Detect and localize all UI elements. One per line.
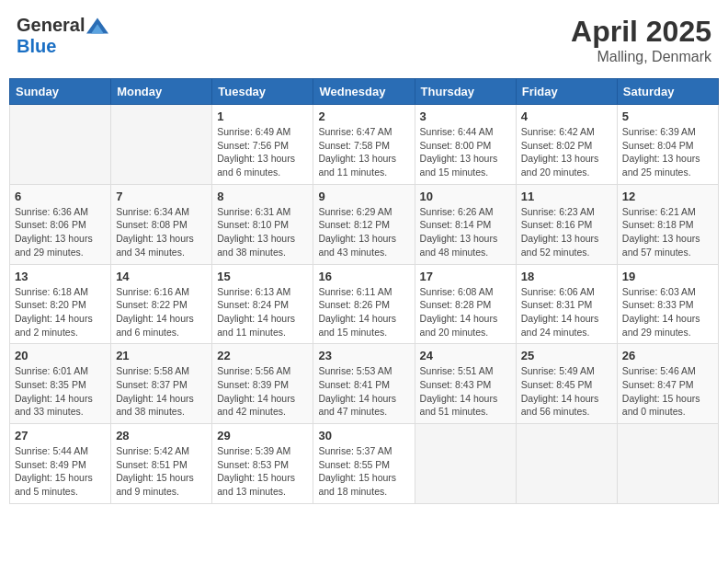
day-info: Sunrise: 6:11 AM Sunset: 8:26 PM Dayligh… bbox=[318, 285, 409, 339]
calendar-cell bbox=[10, 105, 111, 185]
calendar-cell: 24Sunrise: 5:51 AM Sunset: 8:43 PM Dayli… bbox=[415, 344, 516, 424]
day-number: 25 bbox=[521, 349, 612, 362]
day-info: Sunrise: 6:23 AM Sunset: 8:16 PM Dayligh… bbox=[521, 205, 612, 259]
day-info: Sunrise: 6:49 AM Sunset: 7:56 PM Dayligh… bbox=[217, 125, 308, 179]
day-number: 17 bbox=[420, 270, 511, 283]
day-number: 23 bbox=[318, 349, 409, 362]
day-number: 19 bbox=[622, 270, 713, 283]
day-number: 5 bbox=[622, 109, 713, 123]
calendar-cell: 5Sunrise: 6:39 AM Sunset: 8:04 PM Daylig… bbox=[617, 105, 718, 185]
calendar-week-row: 13Sunrise: 6:18 AM Sunset: 8:20 PM Dayli… bbox=[10, 264, 719, 344]
day-info: Sunrise: 6:18 AM Sunset: 8:20 PM Dayligh… bbox=[15, 285, 106, 339]
page-header: General Blue April 2025 Malling, Denmark bbox=[9, 9, 719, 71]
calendar-cell: 26Sunrise: 5:46 AM Sunset: 8:47 PM Dayli… bbox=[617, 344, 718, 424]
day-number: 10 bbox=[420, 190, 511, 203]
logo-blue-text: Blue bbox=[17, 36, 56, 57]
day-number: 28 bbox=[116, 429, 207, 442]
column-header-sunday: Sunday bbox=[10, 79, 111, 105]
day-number: 29 bbox=[217, 429, 308, 442]
day-info: Sunrise: 5:42 AM Sunset: 8:51 PM Dayligh… bbox=[116, 444, 207, 499]
calendar-cell: 10Sunrise: 6:26 AM Sunset: 8:14 PM Dayli… bbox=[415, 184, 516, 264]
calendar-week-row: 27Sunrise: 5:44 AM Sunset: 8:49 PM Dayli… bbox=[10, 424, 719, 504]
location-subtitle: Malling, Denmark bbox=[571, 49, 711, 65]
calendar-cell bbox=[415, 424, 516, 504]
calendar-cell: 23Sunrise: 5:53 AM Sunset: 8:41 PM Dayli… bbox=[313, 344, 415, 424]
calendar-cell: 9Sunrise: 6:29 AM Sunset: 8:12 PM Daylig… bbox=[313, 184, 415, 264]
day-number: 7 bbox=[116, 190, 207, 203]
day-number: 6 bbox=[15, 190, 106, 203]
day-number: 15 bbox=[217, 270, 308, 283]
calendar-cell: 13Sunrise: 6:18 AM Sunset: 8:20 PM Dayli… bbox=[10, 264, 111, 344]
calendar-cell bbox=[617, 424, 718, 504]
day-number: 13 bbox=[15, 270, 106, 283]
month-year-title: April 2025 bbox=[571, 15, 711, 49]
calendar-cell: 4Sunrise: 6:42 AM Sunset: 8:02 PM Daylig… bbox=[516, 105, 617, 185]
day-info: Sunrise: 5:37 AM Sunset: 8:55 PM Dayligh… bbox=[318, 444, 409, 499]
column-header-thursday: Thursday bbox=[415, 79, 516, 105]
day-number: 14 bbox=[116, 270, 207, 283]
column-header-wednesday: Wednesday bbox=[313, 79, 415, 105]
logo-icon bbox=[86, 17, 108, 34]
calendar-cell: 7Sunrise: 6:34 AM Sunset: 8:08 PM Daylig… bbox=[111, 184, 212, 264]
calendar-cell: 30Sunrise: 5:37 AM Sunset: 8:55 PM Dayli… bbox=[313, 424, 415, 504]
day-info: Sunrise: 5:46 AM Sunset: 8:47 PM Dayligh… bbox=[622, 364, 713, 419]
calendar-cell: 27Sunrise: 5:44 AM Sunset: 8:49 PM Dayli… bbox=[10, 424, 111, 504]
calendar-cell: 21Sunrise: 5:58 AM Sunset: 8:37 PM Dayli… bbox=[111, 344, 212, 424]
calendar-cell: 11Sunrise: 6:23 AM Sunset: 8:16 PM Dayli… bbox=[516, 184, 617, 264]
calendar-cell: 8Sunrise: 6:31 AM Sunset: 8:10 PM Daylig… bbox=[212, 184, 313, 264]
calendar-cell: 2Sunrise: 6:47 AM Sunset: 7:58 PM Daylig… bbox=[313, 105, 415, 185]
day-info: Sunrise: 5:39 AM Sunset: 8:53 PM Dayligh… bbox=[217, 444, 308, 499]
calendar-cell: 20Sunrise: 6:01 AM Sunset: 8:35 PM Dayli… bbox=[10, 344, 111, 424]
day-number: 27 bbox=[15, 429, 106, 442]
day-number: 21 bbox=[116, 349, 207, 362]
column-header-monday: Monday bbox=[111, 79, 212, 105]
day-info: Sunrise: 6:34 AM Sunset: 8:08 PM Dayligh… bbox=[116, 205, 207, 259]
calendar-cell: 15Sunrise: 6:13 AM Sunset: 8:24 PM Dayli… bbox=[212, 264, 313, 344]
day-info: Sunrise: 5:53 AM Sunset: 8:41 PM Dayligh… bbox=[318, 364, 409, 419]
day-number: 26 bbox=[622, 349, 713, 362]
day-number: 20 bbox=[15, 349, 106, 362]
logo-general-text: General bbox=[17, 15, 85, 36]
day-info: Sunrise: 5:51 AM Sunset: 8:43 PM Dayligh… bbox=[420, 364, 511, 419]
calendar-week-row: 1Sunrise: 6:49 AM Sunset: 7:56 PM Daylig… bbox=[10, 105, 719, 185]
day-info: Sunrise: 6:39 AM Sunset: 8:04 PM Dayligh… bbox=[622, 125, 713, 179]
day-number: 24 bbox=[420, 349, 511, 362]
day-info: Sunrise: 6:13 AM Sunset: 8:24 PM Dayligh… bbox=[217, 285, 308, 339]
day-info: Sunrise: 6:21 AM Sunset: 8:18 PM Dayligh… bbox=[622, 205, 713, 259]
calendar-cell: 6Sunrise: 6:36 AM Sunset: 8:06 PM Daylig… bbox=[10, 184, 111, 264]
logo: General Blue bbox=[17, 15, 108, 57]
day-number: 4 bbox=[521, 109, 612, 123]
calendar-cell: 25Sunrise: 5:49 AM Sunset: 8:45 PM Dayli… bbox=[516, 344, 617, 424]
day-info: Sunrise: 6:42 AM Sunset: 8:02 PM Dayligh… bbox=[521, 125, 612, 179]
day-number: 30 bbox=[318, 429, 409, 442]
calendar-cell: 19Sunrise: 6:03 AM Sunset: 8:33 PM Dayli… bbox=[617, 264, 718, 344]
calendar-cell: 3Sunrise: 6:44 AM Sunset: 8:00 PM Daylig… bbox=[415, 105, 516, 185]
day-info: Sunrise: 5:49 AM Sunset: 8:45 PM Dayligh… bbox=[521, 364, 612, 419]
day-info: Sunrise: 6:31 AM Sunset: 8:10 PM Dayligh… bbox=[217, 205, 308, 259]
day-info: Sunrise: 6:29 AM Sunset: 8:12 PM Dayligh… bbox=[318, 205, 409, 259]
calendar-cell: 14Sunrise: 6:16 AM Sunset: 8:22 PM Dayli… bbox=[111, 264, 212, 344]
day-number: 11 bbox=[521, 190, 612, 203]
day-info: Sunrise: 6:03 AM Sunset: 8:33 PM Dayligh… bbox=[622, 285, 713, 339]
day-number: 18 bbox=[521, 270, 612, 283]
calendar-cell bbox=[516, 424, 617, 504]
column-header-saturday: Saturday bbox=[617, 79, 718, 105]
day-number: 22 bbox=[217, 349, 308, 362]
calendar-cell: 22Sunrise: 5:56 AM Sunset: 8:39 PM Dayli… bbox=[212, 344, 313, 424]
day-number: 8 bbox=[217, 190, 308, 203]
calendar-week-row: 6Sunrise: 6:36 AM Sunset: 8:06 PM Daylig… bbox=[10, 184, 719, 264]
title-block: April 2025 Malling, Denmark bbox=[571, 15, 711, 65]
day-number: 3 bbox=[420, 109, 511, 123]
day-info: Sunrise: 6:08 AM Sunset: 8:28 PM Dayligh… bbox=[420, 285, 511, 339]
day-info: Sunrise: 6:06 AM Sunset: 8:31 PM Dayligh… bbox=[521, 285, 612, 339]
calendar-cell: 16Sunrise: 6:11 AM Sunset: 8:26 PM Dayli… bbox=[313, 264, 415, 344]
day-info: Sunrise: 6:36 AM Sunset: 8:06 PM Dayligh… bbox=[15, 205, 106, 259]
day-info: Sunrise: 6:16 AM Sunset: 8:22 PM Dayligh… bbox=[116, 285, 207, 339]
calendar-cell: 18Sunrise: 6:06 AM Sunset: 8:31 PM Dayli… bbox=[516, 264, 617, 344]
day-info: Sunrise: 5:44 AM Sunset: 8:49 PM Dayligh… bbox=[15, 444, 106, 499]
day-info: Sunrise: 6:26 AM Sunset: 8:14 PM Dayligh… bbox=[420, 205, 511, 259]
day-number: 16 bbox=[318, 270, 409, 283]
calendar-table: SundayMondayTuesdayWednesdayThursdayFrid… bbox=[9, 78, 719, 504]
day-info: Sunrise: 5:56 AM Sunset: 8:39 PM Dayligh… bbox=[217, 364, 308, 419]
day-info: Sunrise: 6:01 AM Sunset: 8:35 PM Dayligh… bbox=[15, 364, 106, 419]
